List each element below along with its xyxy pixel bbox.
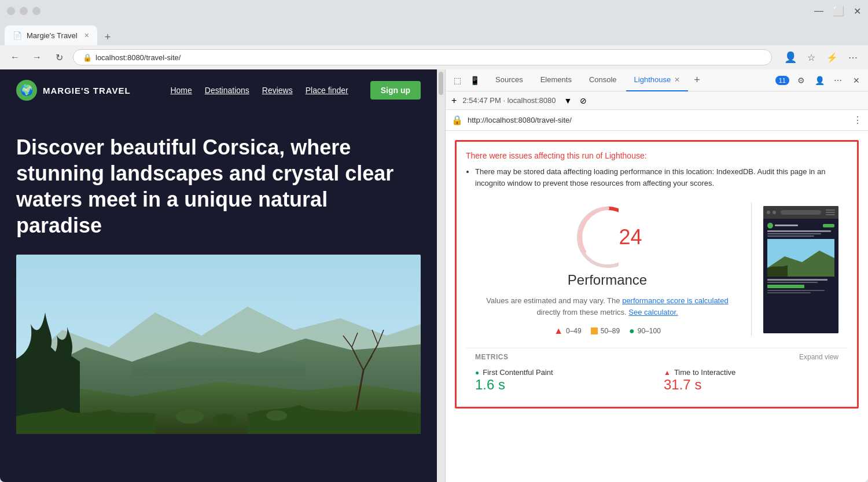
signup-button[interactable]: Sign up [370, 81, 421, 100]
legend-orange: 50–89 [591, 327, 620, 335]
tab-lighthouse-close[interactable]: ✕ [674, 76, 680, 84]
tab-bar: 📄 Margie's Travel × + [0, 22, 868, 45]
issue-list: There may be stored data affecting loadi… [466, 166, 848, 189]
traffic-light-maximize[interactable] [20, 7, 28, 15]
site-nav-links: Home Destinations Reviews Place finder S… [170, 81, 421, 100]
website-panel: 🌍 MARGIE'S TRAVEL Home Destinations Revi… [0, 69, 437, 482]
window-minimize-btn[interactable]: — [814, 6, 823, 17]
page-scrollbar[interactable] [437, 69, 445, 482]
devtools-badge: 11 [775, 76, 789, 85]
audit-time: 2:54:47 PM · localhost:8080 [462, 96, 556, 105]
lighthouse-inner: There were issues affecting this run of … [446, 131, 868, 418]
tab-close-btn[interactable]: × [84, 31, 89, 40]
score-legend: ▲ 0–49 50–89 ● 90–100 [554, 326, 661, 336]
score-divider [751, 203, 752, 336]
more-btn[interactable]: ⋯ [845, 49, 861, 65]
devtools-toolbar-right: 11 ⚙ 👤 ⋯ ✕ [775, 73, 863, 87]
settings-icon[interactable]: ⚙ [794, 73, 808, 87]
hero-image [16, 255, 421, 434]
score-description: Values are estimated and may vary. The p… [475, 295, 740, 318]
reload-btn[interactable]: ↻ [51, 49, 67, 65]
issue-title: There were issues affecting this run of … [466, 151, 848, 160]
audit-dropdown[interactable]: ▼ [564, 96, 572, 105]
site-logo: 🌍 MARGIE'S TRAVEL [16, 80, 131, 101]
metric-tti-label: Time to Interactive [674, 368, 735, 377]
metric-tti-value: 31.7 s [664, 377, 838, 393]
site-logo-text: MARGIE'S TRAVEL [43, 86, 131, 95]
browser-window: — ⬜ ✕ 📄 Margie's Travel × + ← → ↻ 🔒 loca… [0, 0, 868, 482]
browser-tab[interactable]: 📄 Margie's Travel × [5, 25, 97, 45]
metrics-label: METRICS [475, 353, 509, 361]
lock-icon: 🔒 [451, 115, 463, 126]
metrics-grid: ● First Contentful Paint 1.6 s ▲ Time to… [475, 368, 838, 393]
forward-btn[interactable]: → [29, 49, 45, 65]
preview-dot-1 [767, 211, 770, 214]
legend-green-range: 90–100 [638, 327, 661, 335]
title-bar: — ⬜ ✕ [0, 0, 868, 22]
legend-green: ● 90–100 [629, 326, 661, 336]
nav-place-finder[interactable]: Place finder [306, 86, 348, 95]
traffic-light-close[interactable] [32, 7, 41, 15]
extensions-icon[interactable]: ⚡ [824, 49, 840, 65]
address-bar-row: ← → ↻ 🔒 localhost:8080/travel-site/ 👤 ☆ … [0, 45, 868, 69]
devtools-tabs: ⬚ 📱 Sources Elements Console Lighthouse … [446, 69, 868, 91]
tab-console[interactable]: Console [581, 69, 625, 91]
personalize-icon[interactable]: 👤 [812, 73, 826, 87]
hero-title: Discover beautiful Corsica, where stunni… [16, 134, 410, 238]
devtools-inspect-icon[interactable]: ⬚ [450, 73, 464, 87]
window-restore-btn[interactable]: ⬜ [833, 6, 844, 17]
metric-tti-name: ▲ Time to Interactive [664, 368, 838, 377]
svg-point-9 [175, 410, 204, 424]
metric-fcp: ● First Contentful Paint 1.6 s [475, 368, 650, 393]
traffic-light-minimize[interactable] [7, 7, 15, 15]
score-calc-link[interactable]: performance score is calculated [622, 296, 729, 305]
window-close-btn[interactable]: ✕ [854, 6, 861, 17]
devtools-more-icon[interactable]: ⋯ [831, 73, 845, 87]
preview-header [763, 206, 838, 219]
url-more-btn[interactable]: ⋮ [853, 115, 862, 126]
landscape-svg [16, 255, 421, 434]
nav-destinations[interactable]: Destinations [205, 86, 249, 95]
page-scrollbar-thumb[interactable] [439, 72, 443, 95]
tab-elements[interactable]: Elements [532, 69, 580, 91]
site-hero: Discover beautiful Corsica, where stunni… [0, 111, 437, 250]
score-desc-mid: directly from these metrics. [536, 308, 626, 317]
tab-sources[interactable]: Sources [487, 69, 531, 91]
devtools-second-row: + 2:54:47 PM · localhost:8080 ▼ ⊘ [446, 91, 868, 110]
legend-orange-icon [591, 328, 598, 334]
issue-item: There may be stored data affecting loadi… [475, 166, 848, 189]
add-audit-btn[interactable]: + [451, 95, 457, 106]
expand-view-btn[interactable]: Expand view [799, 353, 838, 361]
score-number: 24 [619, 225, 642, 249]
score-desc-prefix: Values are estimated and may vary. The [486, 296, 620, 305]
devtools-add-tab[interactable]: + [689, 74, 705, 86]
site-logo-icon: 🌍 [16, 80, 37, 101]
devtools-close-btn[interactable]: ✕ [849, 73, 863, 87]
metric-tti: ▲ Time to Interactive 31.7 s [664, 368, 838, 393]
svg-point-11 [266, 410, 287, 421]
legend-red-range: 0–49 [566, 327, 582, 335]
preview-menu-icon [826, 209, 835, 215]
address-input[interactable]: 🔒 localhost:8080/travel-site/ [73, 49, 772, 65]
tab-lighthouse[interactable]: Lighthouse ✕ [626, 69, 689, 91]
site-nav: 🌍 MARGIE'S TRAVEL Home Destinations Revi… [0, 69, 437, 111]
nav-home[interactable]: Home [170, 86, 192, 95]
score-section: 24 Performance Values are estimated and … [466, 191, 848, 348]
devtools-device-icon[interactable]: 📱 [468, 73, 481, 87]
new-tab-btn[interactable]: + [100, 29, 116, 45]
legend-red-icon: ▲ [554, 326, 563, 336]
metric-tti-icon: ▲ [664, 369, 671, 377]
nav-reviews[interactable]: Reviews [262, 86, 293, 95]
legend-orange-range: 50–89 [601, 327, 620, 335]
back-btn[interactable]: ← [7, 49, 23, 65]
favorites-icon[interactable]: ☆ [803, 49, 819, 65]
audit-cancel[interactable]: ⊘ [580, 96, 587, 105]
preview-screenshot [763, 206, 838, 333]
audit-url: http://localhost:8080/travel-site/ [468, 116, 572, 124]
profile-icon[interactable]: 👤 [782, 49, 799, 65]
score-ring-svg [573, 203, 619, 272]
metric-fcp-name: ● First Contentful Paint [475, 368, 650, 377]
score-see-calc-link[interactable]: See calculator. [628, 308, 678, 317]
metric-fcp-value: 1.6 s [475, 377, 650, 393]
address-text: localhost:8080/travel-site/ [95, 53, 181, 62]
